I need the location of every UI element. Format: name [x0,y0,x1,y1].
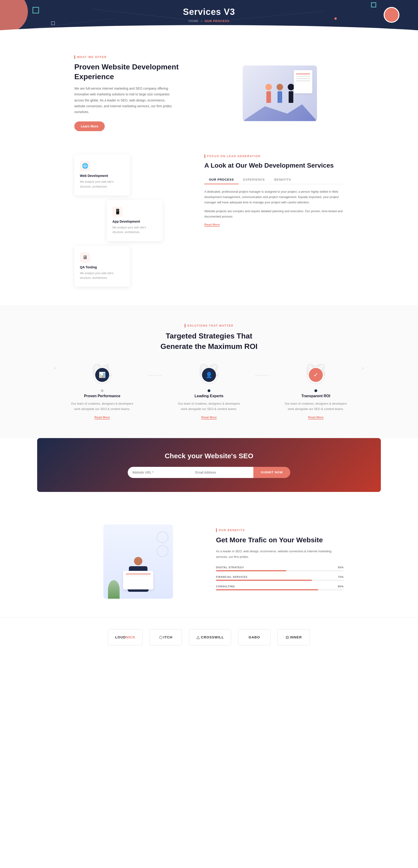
tab-our-process[interactable]: OUR PROCESS [204,176,238,184]
illus-mountain [243,103,317,121]
qa-testing-desc: We analyze your web site's structure, ar… [80,271,124,280]
roi-heading: Targeted Strategies ThatGenerate the Max… [28,331,390,352]
roi-connector-1 [149,366,162,376]
svg-point-5 [159,636,162,639]
illus-body-3 [289,91,293,103]
roi-circle-inner-2: 👤 [202,368,216,382]
roi-title-transparent: Transparent ROI [283,394,348,398]
logo-crosswill-text: CROSSWILL [196,635,224,639]
seo-form: SUBMIT NOW [128,467,290,478]
logo-pitch-text: ITCH [159,635,173,639]
seo-url-input[interactable] [128,467,190,478]
progress-label-text-2: FINANCIAL SERVICES [216,576,247,578]
roi-circle-outer-3: ✓ [306,366,325,384]
tab-p1: A dedicated, professional project manage… [204,189,344,205]
seo-cta-wrapper: Check your Website's SEO SUBMIT NOW [0,438,418,506]
illus-head-1 [265,84,272,90]
pitch-icon [159,636,162,639]
illus-people [265,84,294,103]
services-detail-block: FOCUS ON LEAD GENERATION A Look at Our W… [204,154,344,227]
roi-line-svg-2 [256,375,269,376]
progress-label-3: CONSULTING 80% [216,585,344,588]
logo-inner-text: INNER [286,635,302,639]
roi-arrow-right[interactable]: › [362,366,364,371]
seo-cta-section: Check your Website's SEO SUBMIT NOW [37,438,381,492]
services-tag: FOCUS ON LEAD GENERATION [204,154,344,158]
services-read-more[interactable]: Read More [204,223,220,227]
progress-pct-3: 80% [338,585,344,588]
tab-experience[interactable]: EXPERIENCE [238,176,270,184]
logo-gabo-text: GABO [249,635,260,639]
logo-loudnick[interactable]: LOUDNICK [108,629,143,645]
roi-desc-performance: Our team of creatives, designers & devel… [70,401,135,412]
roi-dot-right-2 [208,389,210,392]
progress-label-2: FINANCIAL SERVICES 75% [216,576,344,578]
progress-bg-3 [216,589,344,590]
illus-person-3 [288,84,294,103]
illus-person-2 [276,84,283,103]
illus-document [294,70,312,93]
logo-pitch[interactable]: ITCH [150,629,182,645]
benefits-illustration [103,524,173,599]
services-section: 🌐 Web Development We analyze your web si… [47,145,371,305]
roi-read-more-1[interactable]: Read More [94,415,110,420]
roi-cards-row: ‹ 01 📊 Proven Performance Our team of cr… [28,366,390,420]
wave-divider [0,25,418,37]
illus-bg-circle-1 [157,531,168,543]
proven-section: WHAT WE OFFER Proven Website Development… [47,37,371,145]
roi-tag: SOLUTIONS THAT MATTER [28,324,390,328]
logo-crosswill[interactable]: CROSSWILL [189,629,231,645]
seo-submit-button[interactable]: SUBMIT NOW [253,467,290,478]
roi-circle-outer-2: 👤 [200,366,218,384]
seo-heading: Check your Website's SEO [65,452,353,460]
roi-section: SOLUTIONS THAT MATTER Targeted Strategie… [0,305,418,438]
illus-laptop [123,571,153,589]
logo-gabo[interactable]: GABO [238,629,271,645]
seo-email-input[interactable] [190,467,253,478]
illus-girl-group [128,557,149,599]
progress-bg-1 [216,570,344,571]
app-dev-icon: 📱 [112,207,123,217]
roi-arrow-left[interactable]: ‹ [54,366,56,371]
service-card-app: 📱 App Development We analyze your web si… [107,200,162,241]
breadcrumb-separator: / [201,19,202,23]
proven-text-block: WHAT WE OFFER Proven Website Development… [74,55,202,131]
tab-content-our-process: A dedicated, professional project manage… [204,189,344,227]
illus-body-2 [277,91,282,103]
learn-more-button[interactable]: Learn More [74,121,105,131]
svg-rect-8 [287,637,288,638]
roi-dot-left-1 [101,389,103,392]
progress-digital-strategy: DIGITAL STRATEGY 55% [216,566,344,571]
illus-head-2 [276,84,283,90]
app-dev-desc: We analyze your web site's structure, ar… [112,225,157,235]
logo-inner[interactable]: INNER [277,629,310,645]
roi-icon-wrap-2: 👤 [200,366,218,384]
roi-line-svg-1 [149,375,162,376]
progress-label-1: DIGITAL STRATEGY 55% [216,566,344,569]
proven-illustration [243,65,317,121]
illus-person-1 [265,84,272,103]
roi-circle-outer-1: 📊 [93,366,112,384]
inner-icon [286,636,289,639]
breadcrumb-current: OUR PROCESS [205,19,230,23]
breadcrumb: HOME / OUR PROCESS [0,19,418,23]
page-title: Services V3 [0,7,418,17]
tab-benefits[interactable]: BENEFITS [270,176,296,184]
roi-read-more-3[interactable]: Read More [308,415,324,420]
benefits-image-block [74,524,202,599]
roi-card-experts: 02 👤 Leading Experts Our team of creativ… [177,366,241,420]
benefits-tag: OUR BENEFITS [216,528,344,532]
breadcrumb-home[interactable]: HOME [188,19,199,23]
logo-loudnick-text: LOUDNICK [115,635,136,639]
crosswill-icon [196,636,200,639]
web-dev-icon: 🌐 [80,161,90,171]
qa-testing-icon: 🖥 [80,252,90,262]
illus-bg-circles [157,531,168,559]
roi-card-performance: 01 📊 Proven Performance Our team of crea… [70,366,135,420]
deco-square-2 [371,2,376,7]
progress-financial-services: FINANCIAL SERVICES 75% [216,576,344,581]
proven-tag: WHAT WE OFFER [74,55,202,59]
roi-icon-wrap-3: ✓ [306,366,325,384]
roi-read-more-2[interactable]: Read More [201,415,217,420]
progress-fill-3 [216,589,318,590]
